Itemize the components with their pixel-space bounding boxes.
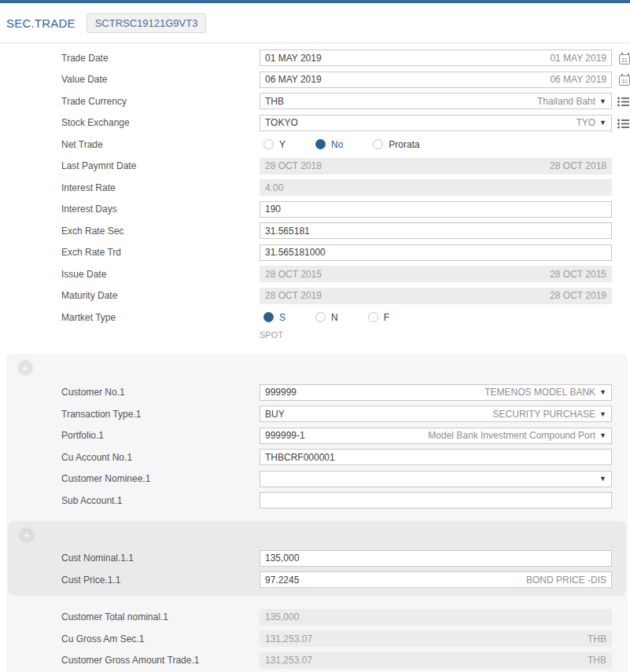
radio-selected-icon bbox=[263, 312, 274, 322]
field-label: Cu Account No.1 bbox=[61, 452, 260, 463]
field-enrichment: 06 MAY 2019 bbox=[550, 74, 606, 85]
radio-unselected-icon bbox=[263, 139, 274, 149]
transaction-type-input[interactable]: BUY SECURITY PURCHASE ▼ bbox=[260, 406, 612, 422]
cu-account-no-input[interactable]: THBCRF000001 bbox=[260, 449, 612, 465]
exch-rate-trd-input[interactable]: 31.565181000 bbox=[260, 244, 612, 261]
radio-label: F bbox=[384, 312, 389, 323]
field-enrichment: 28 OCT 2019 bbox=[550, 290, 606, 301]
field-enrichment: TYO bbox=[576, 117, 595, 128]
cu-gross-am-sec-input: 131,253.07 THB bbox=[260, 630, 612, 647]
radio-option-f[interactable]: F bbox=[368, 312, 389, 323]
radio-unselected-icon bbox=[373, 139, 383, 149]
field-label: Cust Price.1.1 bbox=[61, 575, 260, 586]
portfolio-input[interactable]: 999999-1 Model Bank Investment Compound … bbox=[260, 428, 612, 444]
trade-currency-input[interactable]: THB Thailand Baht ▼ bbox=[260, 93, 612, 109]
field-label: Exch Rate Sec bbox=[61, 226, 260, 237]
field-value: THB bbox=[265, 96, 284, 107]
form-row-net-trade: Net Trade Y No Prorata bbox=[0, 134, 630, 156]
form-row-interest-days: Interest Days 190 bbox=[0, 199, 630, 221]
issue-date-input: 28 OCT 2015 28 OCT 2015 bbox=[260, 266, 612, 282]
field-value: 131,253.07 bbox=[265, 633, 312, 644]
field-value: 97.2245 bbox=[265, 575, 299, 586]
form-row-sub-account: Sub Account.1 bbox=[6, 490, 628, 512]
dropdown-caret-icon[interactable]: ▼ bbox=[599, 475, 606, 483]
lookup-list-icon[interactable] bbox=[617, 97, 630, 107]
field-label: Trade Currency bbox=[61, 96, 260, 107]
field-enrichment: THB bbox=[588, 655, 606, 666]
field-value: 31.565181 bbox=[265, 226, 310, 237]
form-row-last-paymnt-date: Last Paymnt Date 28 OCT 2018 28 OCT 2018 bbox=[0, 156, 630, 178]
maturity-date-input: 28 OCT 2019 28 OCT 2019 bbox=[260, 288, 612, 304]
field-label: Customer Total nominal.1 bbox=[61, 611, 260, 622]
form-row-customer-nominee: Customer Nominee.1 ▼ bbox=[6, 468, 628, 490]
field-value: 06 MAY 2019 bbox=[265, 74, 322, 85]
form-row-market-type: Martket Type S N F bbox=[0, 307, 630, 329]
dropdown-caret-icon[interactable]: ▼ bbox=[599, 431, 606, 439]
field-value: 28 OCT 2019 bbox=[265, 290, 322, 301]
dropdown-caret-icon[interactable]: ▼ bbox=[599, 119, 606, 127]
form-row-maturity-date: Maturity Date 28 OCT 2019 28 OCT 2019 bbox=[0, 285, 630, 307]
form-row-customer-no: Customer No.1 999999 TEMENOS MODEL BANK … bbox=[6, 382, 628, 404]
radio-option-n[interactable]: N bbox=[315, 312, 338, 323]
radio-option-y[interactable]: Y bbox=[263, 139, 286, 150]
radio-option-s[interactable]: S bbox=[263, 312, 286, 323]
field-label: Sub Account.1 bbox=[61, 495, 260, 506]
form-row-cust-price: Cust Price.1.1 97.2245 BOND PRICE -DIS bbox=[8, 569, 626, 591]
icon-slot: 31 bbox=[612, 73, 630, 86]
dropdown-caret-icon[interactable]: ▼ bbox=[599, 388, 606, 396]
add-nominal-button[interactable]: + bbox=[19, 527, 35, 543]
field-enrichment: TEMENOS MODEL BANK bbox=[484, 387, 595, 398]
add-customer-button[interactable]: + bbox=[17, 360, 33, 376]
field-label: Value Date bbox=[61, 74, 260, 85]
market-type-enrichment: SPOT bbox=[0, 329, 630, 341]
cust-price-input[interactable]: 97.2245 BOND PRICE -DIS bbox=[260, 571, 612, 588]
stock-exchange-input[interactable]: TOKYO TYO ▼ bbox=[260, 115, 612, 131]
cust-nominal-input[interactable]: 135,000 bbox=[260, 550, 612, 567]
field-label: Transaction Type.1 bbox=[61, 409, 260, 420]
icon-slot bbox=[612, 95, 630, 107]
field-label: Martket Type bbox=[61, 312, 260, 323]
interest-days-input[interactable]: 190 bbox=[260, 201, 612, 218]
radio-option-no[interactable]: No bbox=[315, 139, 343, 150]
field-label: Customer Gross Amount Trade.1 bbox=[61, 655, 260, 666]
field-enrichment: 01 MAY 2019 bbox=[550, 53, 606, 64]
exch-rate-sec-input[interactable]: 31.565181 bbox=[260, 222, 612, 239]
field-value: 4.00 bbox=[265, 182, 283, 193]
price-subsection: + Cust Nominal.1.1 135,000 Cust Price.1.… bbox=[8, 521, 626, 596]
field-enrichment: Thailand Baht bbox=[537, 96, 595, 107]
dropdown-caret-icon[interactable]: ▼ bbox=[599, 97, 606, 105]
field-value: 31.565181000 bbox=[265, 247, 326, 258]
field-label: Customer Nominee.1 bbox=[61, 473, 260, 484]
net-trade-radio-group: Y No Prorata bbox=[260, 139, 450, 150]
calendar-icon[interactable]: 31 bbox=[619, 54, 630, 64]
field-label: Exch Rate Trd bbox=[61, 247, 260, 258]
radio-option-prorata[interactable]: Prorata bbox=[373, 139, 419, 150]
dropdown-caret-icon[interactable]: ▼ bbox=[599, 410, 606, 418]
trade-date-input[interactable]: 01 MAY 2019 01 MAY 2019 bbox=[260, 50, 612, 66]
market-type-radio-group: S N F bbox=[260, 312, 419, 323]
form-row-trade-date: Trade Date 01 MAY 2019 01 MAY 2019 31 bbox=[0, 47, 630, 69]
field-label: Cu Gross Am Sec.1 bbox=[61, 633, 260, 644]
sub-account-input[interactable] bbox=[260, 492, 612, 509]
field-value: THBCRF000001 bbox=[265, 452, 335, 463]
field-value: 28 OCT 2015 bbox=[265, 269, 322, 280]
customer-nominee-input[interactable]: ▼ bbox=[260, 471, 612, 487]
last-paymnt-date-input: 28 OCT 2018 28 OCT 2018 bbox=[260, 158, 612, 174]
field-label: Net Trade bbox=[61, 139, 260, 150]
calendar-icon[interactable]: 31 bbox=[619, 75, 630, 86]
field-label: Stock Exchange bbox=[61, 117, 260, 128]
form-row-exch-rate-sec: Exch Rate Sec 31.565181 bbox=[0, 220, 630, 242]
form-row-value-date: Value Date 06 MAY 2019 06 MAY 2019 31 bbox=[0, 69, 630, 91]
field-label: Trade Date bbox=[61, 53, 260, 64]
value-date-input[interactable]: 06 MAY 2019 06 MAY 2019 bbox=[260, 72, 612, 88]
form-row-issue-date: Issue Date 28 OCT 2015 28 OCT 2015 bbox=[0, 263, 630, 285]
calendar-day-number: 31 bbox=[620, 57, 629, 64]
field-enrichment: Model Bank Investment Compound Port bbox=[428, 430, 595, 441]
field-enrichment: SECURITY PURCHASE bbox=[493, 409, 595, 420]
form-row-cu-gross-am-sec: Cu Gross Am Sec.1 131,253.07 THB bbox=[6, 628, 628, 650]
lookup-list-icon[interactable] bbox=[617, 119, 630, 129]
form-row-cu-account-no: Cu Account No.1 THBCRF000001 bbox=[6, 446, 628, 468]
form-row-customer-gross-amount-trade: Customer Gross Amount Trade.1 131,253.07… bbox=[6, 650, 628, 672]
customer-no-input[interactable]: 999999 TEMENOS MODEL BANK ▼ bbox=[260, 384, 612, 401]
radio-label: S bbox=[279, 312, 286, 323]
